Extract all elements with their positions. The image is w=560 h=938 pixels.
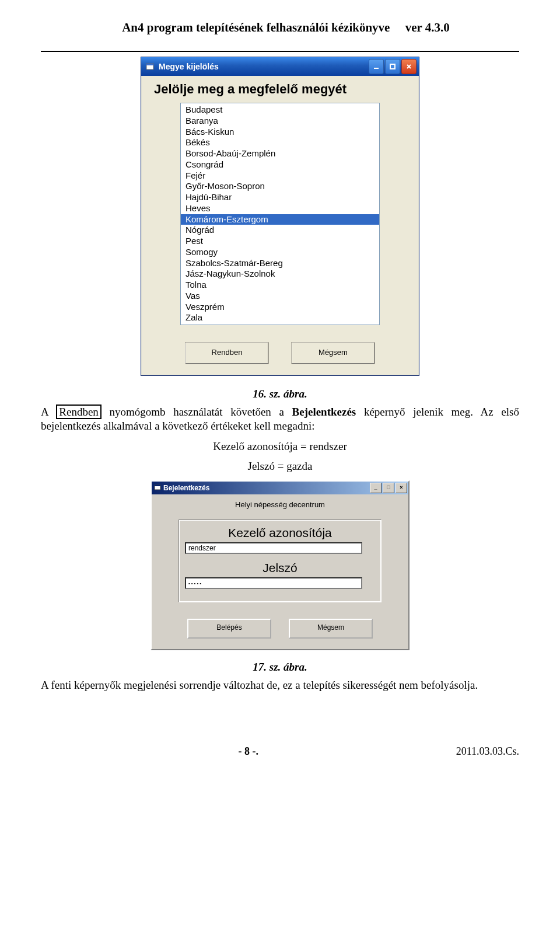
maximize-button[interactable]	[385, 59, 400, 74]
dialog-heading: Jelölje meg a megfelelő megyét	[154, 82, 413, 97]
svg-rect-2	[374, 68, 379, 69]
cancel-button[interactable]: Mégsem	[292, 343, 374, 364]
operator-id-label: Kezelő azonosítója	[184, 526, 376, 540]
svg-rect-1	[146, 64, 153, 65]
titlebar[interactable]: Bejelentkezés _ □ ×	[152, 482, 408, 494]
list-item[interactable]: Komárom-Esztergom	[181, 214, 379, 225]
list-item[interactable]: Szabolcs-Szatmár-Bereg	[181, 258, 379, 269]
svg-rect-3	[390, 64, 395, 69]
window-title: Megye kijelölés	[159, 62, 369, 71]
credential-line-2: Jelszó = gazda	[41, 459, 519, 473]
minimize-button[interactable]	[369, 59, 384, 74]
password-input[interactable]	[185, 577, 362, 589]
close-button[interactable]	[401, 59, 416, 74]
page-footer: - 8 -. 2011.03.03.Cs.	[41, 745, 519, 758]
app-icon	[145, 61, 155, 72]
list-item[interactable]: Vas	[181, 291, 379, 302]
county-listbox[interactable]: BudapestBaranyaBács-KiskunBékésBorsod-Ab…	[180, 103, 380, 325]
doc-title-right: ver 4.3.0	[405, 20, 450, 34]
window-title: Bejelentkezés	[163, 484, 370, 492]
list-item[interactable]: Bács-Kiskun	[181, 127, 379, 138]
paragraph-1: A Rendben nyomógomb használatát követően…	[41, 405, 519, 434]
county-select-window: Megye kijelölés Jelölje meg a megfelelő …	[141, 57, 419, 376]
maximize-button[interactable]: □	[383, 483, 394, 493]
list-item[interactable]: Pest	[181, 236, 379, 247]
login-window: Bejelentkezés _ □ × Helyi népesség decen…	[150, 480, 410, 650]
list-item[interactable]: Heves	[181, 203, 379, 214]
list-item[interactable]: Békés	[181, 137, 379, 148]
list-item[interactable]: Tolna	[181, 280, 379, 291]
login-subtitle: Helyi népesség decentrum	[159, 500, 401, 509]
operator-id-input[interactable]	[185, 542, 362, 554]
page-number: - 8 -.	[239, 745, 259, 758]
doc-title-left: An4 program telepítésének felhasználói k…	[122, 20, 390, 34]
list-item[interactable]: Borsod-Abaúj-Zemplén	[181, 148, 379, 159]
doc-header: An4 program telepítésének felhasználói k…	[41, 6, 519, 52]
credential-line-1: Kezelő azonosítója = rendszer	[41, 440, 519, 454]
list-item[interactable]: Jász-Nagykun-Szolnok	[181, 269, 379, 280]
password-label: Jelszó	[184, 561, 376, 575]
minimize-button[interactable]: _	[370, 483, 382, 493]
list-item[interactable]: Hajdú-Bihar	[181, 192, 379, 203]
figure1-caption: 16. sz. ábra.	[41, 388, 519, 400]
footer-date: 2011.03.03.Cs.	[456, 745, 519, 758]
svg-rect-7	[155, 485, 160, 486]
close-button[interactable]: ×	[396, 483, 407, 493]
list-item[interactable]: Fejér	[181, 170, 379, 182]
cancel-button[interactable]: Mégsem	[289, 619, 373, 639]
list-item[interactable]: Somogy	[181, 247, 379, 258]
list-item[interactable]: Veszprém	[181, 302, 379, 313]
list-item[interactable]: Budapest	[181, 104, 379, 116]
list-item[interactable]: Csongrád	[181, 159, 379, 170]
app-icon	[154, 484, 161, 493]
ok-button[interactable]: Rendben	[186, 343, 268, 364]
list-item[interactable]: Győr-Moson-Sopron	[181, 181, 379, 192]
paragraph-2: A fenti képernyők megjelenési sorrendje …	[41, 678, 519, 692]
login-form-group: Kezelő azonosítója Jelszó	[178, 519, 382, 602]
boxed-rendben: Rendben	[56, 405, 102, 419]
list-item[interactable]: Nógrád	[181, 225, 379, 236]
list-item[interactable]: Zala	[181, 312, 379, 323]
titlebar[interactable]: Megye kijelölés	[141, 57, 419, 76]
figure2-caption: 17. sz. ábra.	[41, 661, 519, 674]
list-item[interactable]: Baranya	[181, 116, 379, 127]
login-button[interactable]: Belépés	[187, 619, 271, 639]
